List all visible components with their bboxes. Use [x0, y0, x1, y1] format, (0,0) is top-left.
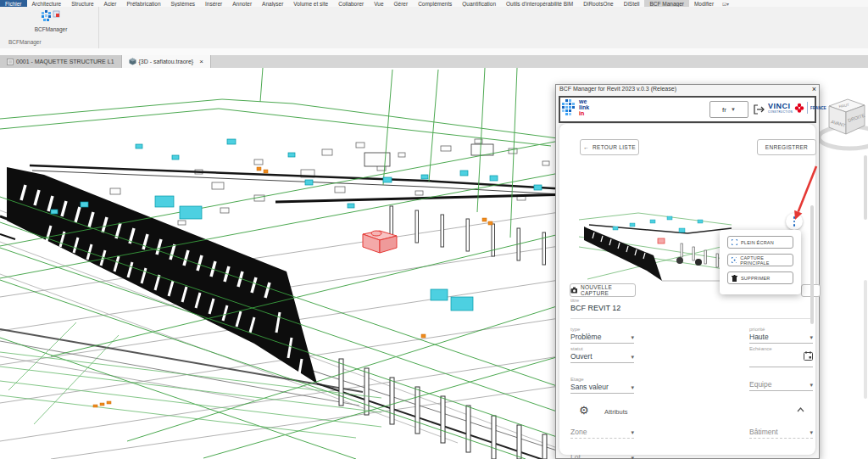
- close-icon[interactable]: ×: [812, 85, 816, 93]
- ribbon-options-icon[interactable]: ⊡▾: [722, 1, 729, 7]
- status-select[interactable]: statut Ouvert ▾: [570, 346, 634, 363]
- panel-scrollbar[interactable]: [810, 205, 814, 324]
- ribbon-tab-complements[interactable]: Compléments: [413, 0, 457, 7]
- vinci-logo: VINCI CONSTRUCTION FRANCE: [768, 102, 826, 114]
- dropdown-caret-icon: ▾: [810, 334, 813, 341]
- ribbon-tab-acier[interactable]: Acier: [99, 0, 122, 7]
- fullscreen-menu-item[interactable]: PLEIN ÉCRAN: [727, 236, 793, 249]
- calendar-icon[interactable]: [804, 351, 813, 361]
- new-capture-button[interactable]: NOUVELLE CAPTURE: [570, 283, 636, 297]
- type-select[interactable]: type Problème ▾: [570, 327, 634, 344]
- vinci-tagline: CONSTRUCTION: [768, 110, 793, 114]
- ribbon-panel-name: BCFManager: [0, 39, 107, 45]
- ribbon-tab-structure[interactable]: Structure: [66, 0, 98, 7]
- title-field-label: titre: [570, 298, 579, 303]
- bcfmanager-pixel-logo-icon: [42, 10, 60, 21]
- ribbon-tab-quantification[interactable]: Quantification: [457, 0, 501, 7]
- dropdown-caret-icon: ▾: [631, 429, 634, 436]
- priority-select[interactable]: priorité Haute ▾: [749, 327, 813, 344]
- main-capture-menu-item[interactable]: CAPTURE PRINCIPALE: [727, 254, 793, 266]
- ribbon-tab-analyser[interactable]: Analyser: [257, 0, 288, 7]
- panel-header: we link in fr ▼ VINCI CONSTRUCTION FRANC…: [559, 96, 816, 123]
- collapse-chevron-icon[interactable]: [797, 407, 804, 412]
- divider: [807, 102, 808, 114]
- capture-more-options-button[interactable]: [786, 213, 803, 230]
- ribbon-tab-collaborer[interactable]: Collaborer: [333, 0, 369, 7]
- dropdown-caret-icon: ▾: [810, 429, 813, 436]
- view-3d-icon: [129, 58, 136, 65]
- logout-icon[interactable]: [754, 104, 765, 115]
- ribbon-tab-prefabrication[interactable]: Préfabrication: [121, 0, 165, 7]
- back-arrow-icon: ←: [583, 144, 589, 150]
- level-select[interactable]: Etage Sans valeur ▾: [570, 377, 634, 394]
- bcfmanager-button-label: BCFManager: [25, 26, 76, 32]
- zone-select[interactable]: Zone ▾: [570, 428, 634, 439]
- sheet-icon: [7, 59, 14, 65]
- building-select[interactable]: Bâtiment ▾: [749, 428, 813, 439]
- view-tab-bar: 0001 - MAQUETTE STRUCTURE L1 {3D - safia…: [0, 55, 868, 68]
- vinci-wordmark: VINCI: [768, 102, 793, 110]
- attributes-label: Attributs: [604, 408, 628, 416]
- language-select[interactable]: fr ▼: [709, 101, 748, 118]
- ribbon-tab-architecture[interactable]: Architecture: [27, 0, 67, 7]
- close-view-icon[interactable]: ×: [199, 58, 203, 65]
- delete-menu-item[interactable]: SUPPRIMER: [727, 271, 793, 284]
- save-button[interactable]: ENREGISTRER: [757, 139, 816, 155]
- team-select[interactable]: Equipe ▾: [749, 380, 813, 391]
- ribbon-tab-fichier[interactable]: Fichier: [0, 0, 27, 7]
- ribbon-tab-bcf-manager[interactable]: BCF Manager: [644, 0, 688, 7]
- welinkin-wordmark: we link in: [579, 98, 589, 116]
- dropdown-caret-icon: ▾: [631, 384, 634, 391]
- ribbon-tab-inserer[interactable]: Insérer: [200, 0, 227, 7]
- dropdown-caret-icon: ▾: [810, 382, 813, 389]
- chevron-down-icon: ▼: [731, 107, 736, 112]
- lot-select[interactable]: Lot ▾: [570, 453, 634, 459]
- divider: [570, 318, 811, 319]
- view-tab-maquette[interactable]: 0001 - MAQUETTE STRUCTURE L1: [0, 55, 122, 68]
- panel-window-title: BCF Manager for Revit 2023 v.0.3 (Releas…: [559, 86, 676, 92]
- ribbon-tab-volume-et-site[interactable]: Volume et site: [288, 0, 333, 7]
- bcfmanager-button[interactable]: BCFManager: [25, 9, 76, 32]
- language-value: fr: [722, 106, 726, 114]
- ribbon-tab-gerer[interactable]: Gérer: [389, 0, 414, 7]
- title-field-value[interactable]: BCF REVIT 12: [570, 304, 620, 312]
- ribbon-group-bcfmanager: BCFManager BCFManager: [0, 7, 99, 48]
- ribbon-tab-annoter[interactable]: Annoter: [227, 0, 257, 7]
- navigation-scrollbar[interactable]: [864, 155, 867, 220]
- vinci-region-label: FRANCE: [810, 106, 826, 110]
- camera-icon: [570, 287, 577, 294]
- ribbon-tab-systemes[interactable]: Systèmes: [166, 0, 201, 7]
- due-date-field[interactable]: Echéance: [749, 346, 813, 367]
- capture-thumbnail[interactable]: [579, 203, 735, 283]
- view-tab-label: 0001 - MAQUETTE STRUCTURE L1: [16, 59, 114, 64]
- gear-icon: ⚙: [579, 404, 589, 417]
- dropdown-caret-icon: ▾: [631, 334, 634, 341]
- capture-context-menu: PLEIN ÉCRAN CAPTURE PRINCIPALE SUPPRIMER: [720, 230, 801, 294]
- ribbon-tab-interoperabilite[interactable]: Outils d'interopérabilité BIM: [501, 0, 578, 7]
- ribbon-tab-distell[interactable]: DiStell: [619, 0, 645, 7]
- fullscreen-icon: [732, 239, 737, 245]
- main-capture-icon: [732, 257, 737, 263]
- viewcube[interactable]: HAUT AVANT DROITE: [814, 85, 868, 153]
- ribbon-tab-modifier[interactable]: Modifier: [689, 0, 719, 7]
- dropdown-caret-icon: ▾: [631, 455, 634, 459]
- vinci-emblem-icon: [794, 103, 804, 113]
- ribbon-tab-bar: Fichier Architecture Structure Acier Pré…: [0, 0, 868, 7]
- delete-icon: [732, 275, 737, 282]
- view-tab-label: {3D - safiatou.traore}: [139, 59, 194, 64]
- ribbon-body: BCFManager BCFManager: [0, 7, 868, 49]
- ribbon-tab-vue[interactable]: Vue: [369, 0, 388, 7]
- ribbon-tab-dirootsone[interactable]: DiRootsOne: [578, 0, 618, 7]
- back-to-list-button[interactable]: ← RETOUR LISTE: [580, 139, 639, 155]
- navigation-scrollbar[interactable]: [864, 280, 867, 399]
- welinkin-logo-icon: [562, 99, 579, 118]
- view-tab-3d[interactable]: {3D - safiatou.traore} ×: [122, 55, 211, 68]
- dropdown-caret-icon: ▾: [631, 354, 634, 361]
- attributes-section-header[interactable]: ⚙ Attributs: [570, 404, 811, 419]
